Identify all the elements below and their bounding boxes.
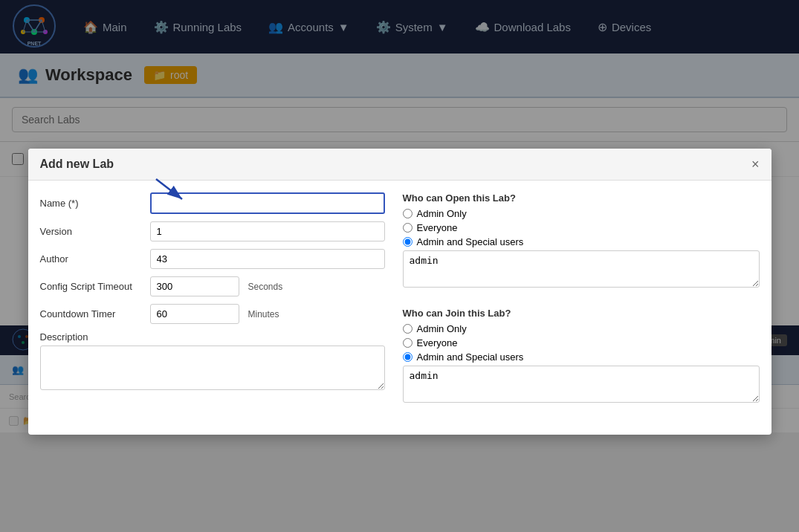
author-label: Author [40, 253, 144, 265]
countdown-unit: Minutes [248, 309, 279, 319]
version-input[interactable] [150, 221, 385, 241]
name-input[interactable] [150, 192, 385, 214]
join-admin-textarea[interactable]: admin [403, 366, 760, 403]
open-admin-only-radio[interactable] [403, 209, 413, 218]
modal-overlay: Add new Lab × Name (*) [0, 0, 799, 432]
config-timeout-unit: Seconds [248, 282, 283, 292]
description-label: Description [40, 331, 385, 343]
modal-title: Add new Lab [40, 158, 114, 171]
who-can-open-section: Who can Open this Lab? Admin Only Everyo… [403, 192, 760, 299]
join-admin-only-option: Admin Only [403, 323, 760, 334]
open-admin-special-option: Admin and Special users [403, 236, 760, 247]
join-admin-special-label: Admin and Special users [417, 351, 524, 363]
open-admin-special-radio[interactable] [403, 237, 413, 247]
open-admin-special-label: Admin and Special users [417, 236, 524, 247]
open-admin-only-label: Admin Only [417, 208, 467, 219]
version-label: Version [40, 226, 144, 237]
modal-header: Add new Lab × [28, 149, 771, 181]
who-can-join-title: Who can Join this Lab? [403, 308, 760, 319]
bottom-section: 🏠 Main ⚙️ Running Labs 👥 Accounts ▼ ⚙️ S… [0, 325, 799, 432]
open-everyone-radio[interactable] [403, 223, 413, 233]
modal-body: Name (*) Version Author [28, 181, 771, 432]
open-everyone-option: Everyone [403, 222, 760, 233]
open-admin-only-option: Admin Only [403, 208, 760, 219]
config-timeout-row: Config Script Timeout Seconds [40, 276, 385, 296]
config-timeout-input[interactable] [150, 276, 239, 296]
join-admin-only-radio[interactable] [403, 324, 413, 334]
join-admin-special-option: Admin and Special users [403, 351, 760, 363]
description-section: Description [40, 331, 385, 392]
who-can-join-section: Who can Join this Lab? Admin Only Everyo… [403, 308, 760, 414]
name-label: Name (*) [40, 198, 144, 209]
join-admin-only-label: Admin Only [417, 323, 467, 334]
countdown-label: Countdown Timer [40, 308, 144, 319]
open-everyone-label: Everyone [417, 222, 458, 233]
join-admin-special-radio[interactable] [403, 352, 413, 362]
countdown-input[interactable] [150, 304, 239, 324]
config-timeout-label: Config Script Timeout [40, 281, 144, 292]
modal-form-left: Name (*) Version Author [40, 192, 385, 423]
join-everyone-radio[interactable] [403, 338, 413, 348]
modal-form-right: Who can Open this Lab? Admin Only Everyo… [403, 192, 760, 423]
description-textarea[interactable] [40, 346, 385, 390]
author-input[interactable] [150, 249, 385, 269]
join-everyone-label: Everyone [417, 337, 458, 348]
version-row: Version [40, 221, 385, 241]
who-can-open-title: Who can Open this Lab? [403, 192, 760, 204]
open-admin-textarea[interactable]: admin [403, 250, 760, 288]
modal-close-button[interactable]: × [751, 158, 760, 171]
countdown-row: Countdown Timer Minutes [40, 304, 385, 324]
author-row: Author [40, 249, 385, 269]
join-everyone-option: Everyone [403, 337, 760, 348]
add-new-lab-modal: Add new Lab × Name (*) [28, 149, 771, 432]
name-row: Name (*) [40, 192, 385, 214]
